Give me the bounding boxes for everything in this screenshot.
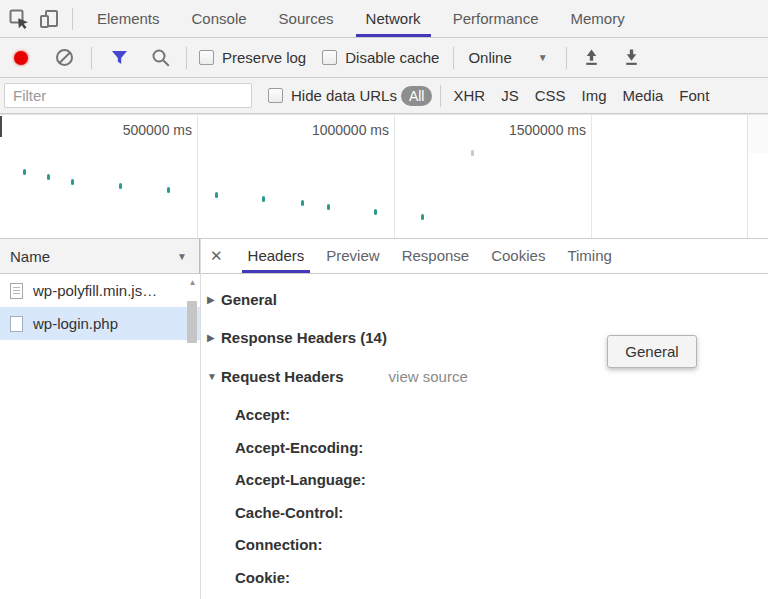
tab-cookies[interactable]: Cookies	[480, 239, 556, 273]
type-filter-media[interactable]: Media	[615, 87, 672, 104]
filter-funnel-icon[interactable]	[104, 43, 134, 73]
overview-gridline	[394, 115, 395, 238]
name-column-label: Name	[10, 248, 177, 265]
overview-end-line	[747, 115, 748, 238]
request-row-wp-polyfill[interactable]: wp-polyfill.min.js…	[0, 274, 200, 307]
request-header-connection: Connection:	[235, 536, 323, 556]
network-toolbar: Preserve log Disable cache Online ▼	[0, 38, 768, 78]
type-filter-img[interactable]: Img	[573, 87, 614, 104]
request-row-wp-login[interactable]: wp-login.php	[0, 307, 200, 340]
request-name: wp-login.php	[33, 315, 118, 332]
close-icon[interactable]: ✕	[210, 247, 223, 265]
request-name: wp-polyfill.min.js…	[33, 282, 157, 299]
network-main-area: Name ▼ wp-polyfill.min.js… wp-login.php …	[0, 239, 768, 599]
tab-headers[interactable]: Headers	[237, 239, 316, 273]
request-dot	[301, 200, 304, 206]
request-dot	[327, 204, 330, 210]
section-response-headers-label: Response Headers (14)	[221, 329, 387, 346]
floating-general-button[interactable]: General	[607, 335, 697, 368]
section-request-headers[interactable]: ▼ Request Headers view source	[207, 368, 468, 385]
view-source-link[interactable]: view source	[389, 368, 468, 385]
request-dot	[421, 214, 424, 220]
tab-performance[interactable]: Performance	[437, 0, 555, 37]
hide-data-urls-checkbox[interactable]	[268, 88, 283, 103]
request-dot	[262, 196, 265, 202]
tab-elements[interactable]: Elements	[81, 0, 176, 37]
overview-start-tick	[0, 116, 2, 137]
list-scrollbar[interactable]: ▲	[186, 276, 199, 386]
request-dot	[215, 192, 218, 198]
devtools-main-tabbar: Elements Console Sources Network Perform…	[0, 0, 768, 38]
record-icon[interactable]	[14, 51, 28, 65]
type-filter-js[interactable]: JS	[493, 87, 527, 104]
import-har-icon[interactable]	[577, 43, 607, 73]
overview-gridline-label: 500000 ms	[42, 122, 192, 138]
chevron-down-icon[interactable]: ▼	[538, 52, 548, 63]
throttling-select[interactable]: Online	[468, 49, 511, 66]
filter-input[interactable]	[4, 83, 252, 108]
scrollbar-thumb[interactable]	[187, 301, 197, 343]
tab-response[interactable]: Response	[391, 239, 481, 273]
overview-gridline	[197, 115, 198, 238]
overview-end-shade	[748, 115, 768, 153]
preserve-log-checkbox[interactable]	[199, 50, 214, 65]
tab-console[interactable]: Console	[176, 0, 263, 37]
overview-gridline	[591, 115, 592, 238]
request-dot	[167, 187, 170, 193]
name-column-header[interactable]: Name ▼	[0, 239, 200, 274]
detail-tabbar: ✕ Headers Preview Response Cookies Timin…	[201, 239, 768, 274]
type-filter-css[interactable]: CSS	[527, 87, 574, 104]
panel-divider[interactable]	[200, 239, 201, 599]
triangle-down-icon[interactable]: ▼	[207, 371, 221, 382]
request-dot	[471, 150, 474, 156]
triangle-right-icon[interactable]: ▶	[207, 294, 221, 305]
request-dot	[47, 174, 50, 180]
clear-icon[interactable]	[56, 49, 73, 66]
request-dot	[71, 179, 74, 185]
request-header-cache-control: Cache-Control:	[235, 504, 343, 524]
request-dot	[23, 169, 26, 175]
toolbar-separator	[440, 85, 441, 107]
request-header-accept: Accept:	[235, 406, 290, 426]
document-file-icon	[10, 316, 23, 332]
request-dot	[119, 183, 122, 189]
section-general[interactable]: ▶ General	[207, 291, 277, 308]
section-response-headers[interactable]: ▶ Response Headers (14)	[207, 329, 387, 346]
toolbar-separator	[453, 47, 454, 69]
toolbar-separator	[566, 47, 567, 69]
export-har-icon[interactable]	[617, 43, 647, 73]
overview-gridline-label: 1500000 ms	[436, 122, 586, 138]
search-icon[interactable]	[146, 43, 176, 73]
triangle-right-icon[interactable]: ▶	[207, 332, 221, 343]
overview-band[interactable]: 500000 ms1000000 ms1500000 ms	[0, 114, 768, 239]
type-filter-xhr[interactable]: XHR	[445, 87, 493, 104]
request-header-accept-language: Accept-Language:	[235, 471, 366, 491]
toolbar-separator	[91, 47, 92, 69]
request-header-cookie: Cookie:	[235, 569, 290, 589]
disable-cache-checkbox[interactable]	[322, 50, 337, 65]
request-header-accept-encoding: Accept-Encoding:	[235, 439, 363, 459]
tab-preview[interactable]: Preview	[315, 239, 390, 273]
tab-sources[interactable]: Sources	[263, 0, 350, 37]
type-filter-all[interactable]: All	[401, 86, 433, 106]
preserve-log-label: Preserve log	[222, 49, 306, 66]
section-general-label: General	[221, 291, 277, 308]
section-request-headers-label: Request Headers	[221, 368, 344, 385]
type-filter-font[interactable]: Font	[671, 87, 717, 104]
scroll-up-icon[interactable]: ▲	[186, 276, 199, 290]
inspect-element-icon[interactable]	[4, 4, 34, 34]
disable-cache-label: Disable cache	[345, 49, 439, 66]
script-file-icon	[10, 283, 23, 299]
overview-gridline-label: 1000000 ms	[239, 122, 389, 138]
toggle-device-toolbar-icon[interactable]	[34, 4, 64, 34]
tab-memory[interactable]: Memory	[555, 0, 641, 37]
request-dot	[374, 209, 377, 215]
toolbar-separator	[186, 47, 187, 69]
chevron-down-icon[interactable]: ▼	[177, 251, 187, 262]
hide-data-urls-label: Hide data URLs	[291, 87, 397, 104]
network-filter-bar: Hide data URLs All XHR JS CSS Img Media …	[0, 78, 768, 114]
tab-timing[interactable]: Timing	[556, 239, 622, 273]
toolbar-separator	[72, 8, 73, 30]
tab-network[interactable]: Network	[350, 0, 437, 37]
